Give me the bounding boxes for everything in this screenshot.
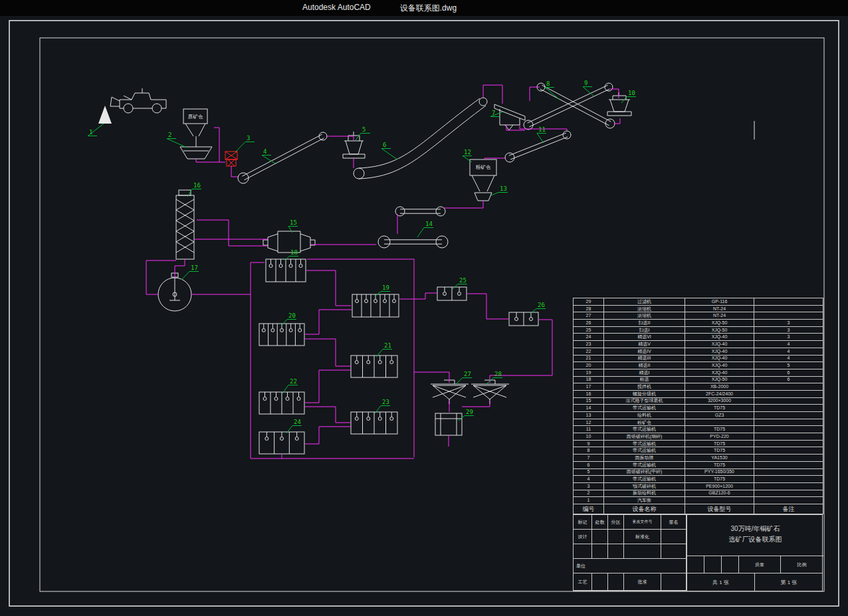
equipment-row: 26扫选IIXJQ-503 xyxy=(574,320,823,327)
cell-name: 带式运输机 xyxy=(604,461,685,468)
header-name: 设备名称 xyxy=(604,504,685,514)
cell-model: XJQ-50 xyxy=(685,326,754,334)
callout-28: 28 xyxy=(494,371,502,377)
document-title: 设备联系图.dwg xyxy=(400,3,457,14)
equipment-row: 1汽车衡 xyxy=(574,497,823,504)
callout-8: 8 xyxy=(546,80,550,87)
ore-bin-label: 原矿仓 xyxy=(188,114,203,120)
cell-note: 3 xyxy=(754,334,823,341)
cell-name: 湿式格子型球磨机 xyxy=(604,397,685,405)
callout-17: 17 xyxy=(191,264,198,271)
callout-27: 27 xyxy=(464,371,471,377)
cell-model: TD75 xyxy=(685,447,754,455)
equipment-row: 12粉矿仓 xyxy=(574,419,823,426)
equipment-row: 7圆振动筛YA1530 xyxy=(574,455,823,462)
tb-changeno-label: 更改文件号 xyxy=(624,515,661,530)
cell-no: 6 xyxy=(574,461,604,468)
cell-note xyxy=(754,433,823,441)
tb-empty-cell xyxy=(661,530,687,544)
tb-zone-label: 分区 xyxy=(608,515,624,530)
tb-empty-cell xyxy=(661,544,687,559)
callout-20: 20 xyxy=(288,312,296,319)
cell-model: XJQ-50 xyxy=(685,376,754,383)
cell-no: 22 xyxy=(574,348,604,355)
cell-note xyxy=(754,461,823,468)
cell-name: 精选I xyxy=(604,369,685,376)
tb-empty-cell xyxy=(592,530,608,544)
equipment-row: 21精选IIIXJQ-404 xyxy=(574,355,823,362)
callout-10: 10 xyxy=(628,90,635,96)
equipment-table-body: 29过滤机GP-11628浓缩机NT-2427浓缩机NT-2426扫选IIXJQ… xyxy=(574,298,823,504)
cell-no: 25 xyxy=(574,326,604,334)
callout-18: 18 xyxy=(290,249,298,256)
cell-note xyxy=(754,312,823,320)
cell-name: 汽车衡 xyxy=(604,497,685,504)
callout-3: 3 xyxy=(247,135,250,142)
cell-no: 4 xyxy=(574,476,604,483)
cell-name: 过滤机 xyxy=(604,298,685,306)
cell-name: 精选III xyxy=(604,355,685,362)
cell-model: TD75 xyxy=(685,476,754,483)
cell-note xyxy=(754,476,823,483)
cell-no: 17 xyxy=(574,383,604,391)
equipment-row: 23精选VXJQ-404 xyxy=(574,341,823,348)
callout-4: 4 xyxy=(263,148,266,155)
tb-empty-cell xyxy=(624,544,661,559)
cell-name: 浓缩机 xyxy=(604,305,685,312)
cell-model: XJQ-40 xyxy=(685,334,754,341)
cell-no: 21 xyxy=(574,355,604,362)
project-title: 30万吨/年铜矿石 选矿厂设备联系图 xyxy=(687,515,823,556)
equipment-row: 6带式运输机TD75 xyxy=(574,461,823,468)
revision-block: 标记 处数 分区 更改文件号 签名 设计 标准化 单位 工艺 批准 xyxy=(574,515,687,591)
cell-no: 23 xyxy=(574,341,604,348)
cell-no: 18 xyxy=(574,376,604,383)
callout-22: 22 xyxy=(290,378,297,385)
cell-no: 16 xyxy=(574,390,604,397)
equipment-row: 5圆锥破碎机(中碎)PYY-1650/350 xyxy=(574,468,823,476)
cell-model: 3200×3000 xyxy=(685,397,754,405)
project-title-line1: 30万吨/年铜矿石 xyxy=(687,524,823,534)
cell-no: 13 xyxy=(574,412,604,419)
equipment-row: 8带式运输机TD75 xyxy=(574,447,823,455)
equipment-row: 10圆锥破碎机(细碎)PYD-220 xyxy=(574,433,823,441)
cell-no: 7 xyxy=(574,455,604,462)
equipment-row: 9带式运输机TD75 xyxy=(574,440,823,447)
callout-5: 5 xyxy=(362,126,366,133)
equipment-row: 19精选IXJQ-406 xyxy=(574,369,823,376)
cell-name: 精选II xyxy=(604,362,685,369)
cell-no: 5 xyxy=(574,468,604,476)
cell-no: 24 xyxy=(574,334,604,341)
cell-note: 4 xyxy=(754,341,823,348)
callout-26: 26 xyxy=(538,302,545,308)
cell-no: 10 xyxy=(574,433,604,441)
cell-no: 11 xyxy=(574,426,604,433)
cell-note xyxy=(754,383,823,391)
equipment-row: 16螺旋分级机2FC-24/2400 xyxy=(574,390,823,397)
app-title: Autodesk AutoCAD xyxy=(302,3,371,14)
cell-name: 浓缩机 xyxy=(604,312,685,320)
tb-process-label: 工艺 xyxy=(574,573,592,591)
tb-standardize-label: 标准化 xyxy=(624,530,661,544)
callout-24: 24 xyxy=(294,419,301,425)
cell-note: 4 xyxy=(754,348,823,355)
cell-note xyxy=(754,482,823,490)
cell-note xyxy=(754,412,823,419)
tb-scale-label: 比例 xyxy=(781,556,823,573)
cell-name: 圆锥破碎机(中碎) xyxy=(604,468,685,476)
callout-14: 14 xyxy=(425,221,433,227)
cell-note: 4 xyxy=(754,355,823,362)
cell-name: 带式运输机 xyxy=(604,426,685,433)
cell-note xyxy=(754,440,823,447)
cell-no: 26 xyxy=(574,320,604,327)
cell-model: GP-116 xyxy=(685,298,754,306)
tb-empty-cell xyxy=(608,544,624,559)
cell-note: 6 xyxy=(754,369,823,376)
cell-model: PYY-1650/350 xyxy=(685,468,754,476)
tb-empty-cell xyxy=(722,556,739,573)
cell-no: 27 xyxy=(574,312,604,320)
equipment-row: 18粗选XJQ-506 xyxy=(574,376,823,383)
cell-name: 带式运输机 xyxy=(604,440,685,447)
cell-name: 圆振动筛 xyxy=(604,455,685,462)
callout-21: 21 xyxy=(384,342,391,349)
cell-no: 14 xyxy=(574,405,604,412)
